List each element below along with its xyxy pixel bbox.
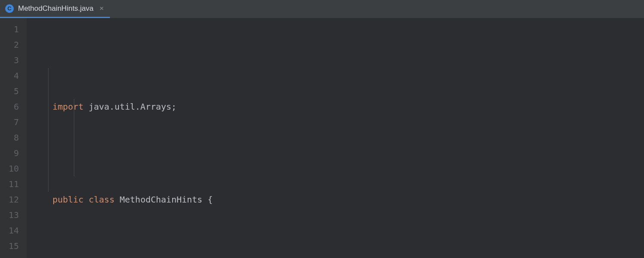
code-area[interactable]: import java.util.Arrays; public class Me…: [27, 18, 358, 258]
line-number: 3: [0, 52, 19, 68]
code-line: [32, 238, 358, 254]
line-number: 5: [0, 83, 19, 99]
line-number: 10: [0, 161, 19, 176]
indent-guide: [74, 99, 74, 176]
line-number: 12: [0, 192, 19, 207]
code-line: public class MethodChainHints {: [32, 192, 358, 207]
line-number: 14: [0, 223, 19, 238]
line-number: 8: [0, 130, 19, 145]
java-class-icon: C: [5, 4, 14, 13]
code-line: [32, 145, 358, 161]
editor: 1 2 3 4 5 6 7 8 9 10 11 12 13 14 15 impo…: [0, 18, 644, 258]
close-icon[interactable]: ×: [98, 4, 104, 13]
line-number: 7: [0, 114, 19, 130]
indent-guide: [48, 68, 49, 192]
line-number: 1: [0, 22, 19, 37]
line-number: 15: [0, 238, 19, 254]
line-number: 11: [0, 176, 19, 192]
line-gutter: 1 2 3 4 5 6 7 8 9 10 11 12 13 14 15: [0, 18, 27, 258]
line-number: 9: [0, 145, 19, 161]
line-number: 13: [0, 207, 19, 223]
code-line: import java.util.Arrays;: [32, 99, 358, 114]
line-number: 4: [0, 68, 19, 83]
line-number: 6: [0, 99, 19, 114]
editor-tab[interactable]: C MethodChainHints.java ×: [0, 0, 110, 18]
tab-filename: MethodChainHints.java: [18, 4, 94, 13]
line-number: 2: [0, 37, 19, 52]
tab-bar: C MethodChainHints.java ×: [0, 0, 644, 18]
